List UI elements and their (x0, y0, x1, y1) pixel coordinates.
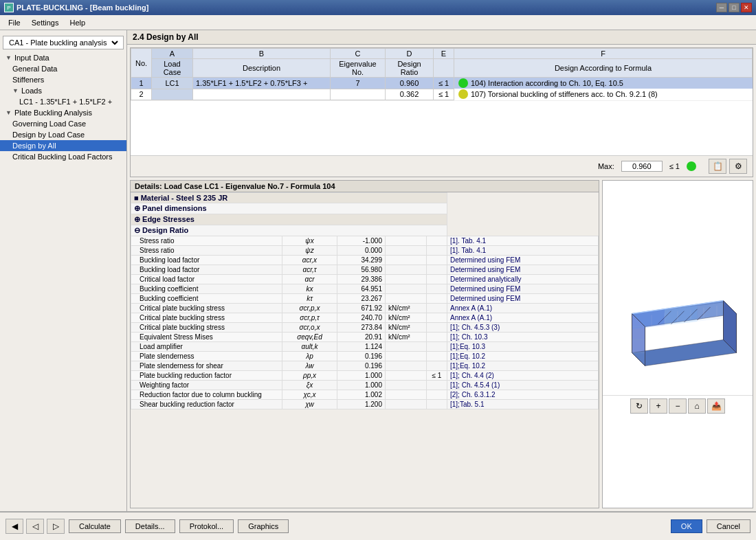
detail-label: Plate buckling reduction factor (131, 370, 282, 380)
sidebar-item-design-by-all[interactable]: Design by All (0, 140, 126, 151)
detail-ref: [1];Tab. 5.1 (447, 399, 599, 409)
close-button[interactable]: ✕ (741, 3, 752, 12)
row-le-empty (427, 399, 447, 409)
col-a-subheader: Load Case (152, 59, 193, 78)
sidebar-item-stiffeners[interactable]: Stiffeners (0, 74, 126, 85)
max-le: ≤ 1 (667, 162, 682, 170)
table-row[interactable]: 1 LC1 1.35*LF1 + 1.5*LF2 + 0.75*LF3 + 7 … (131, 78, 753, 89)
details-scroll[interactable]: ■ Material - Steel S 235 JR⊕ Panel dimen… (131, 192, 599, 508)
detail-ref: [1];Eq. 10.3 (447, 341, 599, 351)
row-le-empty (427, 380, 447, 390)
minimize-button[interactable]: ─ (716, 3, 727, 12)
sidebar-item-plate-buckling[interactable]: ▼ Plate Buckling Analysis (0, 107, 126, 118)
detail-sym: kτ (282, 293, 337, 303)
detail-label: Critical load factor (131, 274, 282, 284)
detail-ref: Determined using FEM (447, 293, 599, 303)
details-table-row: Stress ratio ψz 0.000 [1]. Tab. 4.1 (131, 245, 599, 255)
detail-value: 1.124 (337, 341, 386, 351)
details-table-row: Plate slenderness for shear λw 0.196 [1]… (131, 361, 599, 370)
max-status-dot (687, 161, 696, 171)
sidebar-dropdown[interactable]: CA1 - Plate buckling analysis (3, 36, 124, 49)
details-table-row: Critical plate buckling stress σcr,p,τ 2… (131, 313, 599, 322)
bottom-bar: ◀ ◁ ▷ Calculate Details... Protokol... G… (0, 511, 756, 540)
menu-settings[interactable]: Settings (26, 17, 65, 28)
detail-unit (386, 284, 427, 293)
detail-label: Critical plate buckling stress (131, 303, 282, 313)
viz-export-button[interactable]: 📤 (707, 398, 725, 414)
col-b-subheader: Description (193, 59, 331, 78)
detail-unit (386, 361, 427, 370)
detail-label: Stress ratio (131, 245, 282, 255)
detail-unit (386, 390, 427, 399)
ok-button[interactable]: OK (671, 519, 702, 533)
maximize-button[interactable]: □ (729, 3, 740, 12)
row-le-empty (427, 293, 447, 303)
table-row[interactable]: 2 0.362 ≤ 1 107) Torsional buckling of s… (131, 89, 753, 100)
detail-value: 20.91 (337, 332, 386, 341)
expand-icon-plate: ▼ (5, 109, 12, 116)
menu-help[interactable]: Help (64, 17, 91, 28)
detail-unit (386, 293, 427, 303)
detail-sym: λp (282, 351, 337, 361)
detail-label: Critical plate buckling stress (131, 313, 282, 322)
row2-eigen (331, 89, 386, 100)
section-label: ⊕ Edge Stresses (131, 214, 447, 225)
row1-lc: LC1 (152, 78, 193, 89)
detail-label: Critical plate buckling stress (131, 322, 282, 332)
detail-unit (386, 236, 427, 245)
detail-unit: kN/cm² (386, 332, 427, 341)
row1-le: ≤ 1 (434, 78, 454, 89)
graphics-button[interactable]: Graphics (238, 519, 289, 533)
detail-label: Buckling coefficient (131, 284, 282, 293)
detail-label: Weighting factor (131, 380, 282, 390)
sidebar-label-general-data: General Data (12, 65, 57, 73)
sidebar-item-lc1[interactable]: LC1 - 1.35*LF1 + 1.5*LF2 + (0, 96, 126, 107)
viz-zoom-in-button[interactable]: + (649, 398, 667, 414)
viz-rotate-button[interactable]: ↻ (630, 398, 648, 414)
detail-sym: kx (282, 284, 337, 293)
cancel-button[interactable]: Cancel (707, 519, 751, 533)
row2-lc (152, 89, 193, 100)
menu-file[interactable]: File (3, 17, 26, 28)
detail-unit (386, 245, 427, 255)
export-button[interactable]: 📋 (709, 159, 726, 174)
col-b-header: B (193, 49, 331, 59)
sidebar-item-critical-buckling[interactable]: Critical Buckling Load Factors (0, 151, 126, 162)
sidebar-item-design-by-load[interactable]: Design by Load Case (0, 129, 126, 140)
sidebar-label-design-by-all: Design by All (12, 142, 56, 150)
section-header: 2.4 Design by All (127, 30, 756, 45)
sidebar-item-input-data[interactable]: ▼ Input Data (0, 52, 126, 63)
details-area: Details: Load Case LC1 - Eigenvalue No.7… (127, 180, 756, 512)
row-le: ≤ 1 (427, 370, 447, 380)
section-label: ■ Material - Steel S 235 JR (131, 192, 447, 203)
nav-prev-button[interactable]: ◁ (26, 519, 44, 534)
col-d-header: D (386, 49, 434, 59)
details-header: Details: Load Case LC1 - Eigenvalue No.7… (131, 181, 599, 192)
nav-back-button[interactable]: ◀ (5, 519, 23, 534)
calculate-button[interactable]: Calculate (69, 519, 121, 533)
menu-bar: File Settings Help (0, 15, 756, 30)
detail-sym: ξx (282, 380, 337, 390)
sidebar-item-general-data[interactable]: General Data (0, 63, 126, 74)
detail-ref: Annex A (A.1) (447, 313, 599, 322)
sidebar-item-governing[interactable]: Governing Load Case (0, 118, 126, 129)
nav-next-button[interactable]: ▷ (47, 519, 65, 534)
protokol-button[interactable]: Protokol... (179, 519, 234, 533)
col-f-header: F (454, 49, 753, 59)
viz-zoom-out-button[interactable]: − (669, 398, 687, 414)
sidebar-item-loads[interactable]: ▼ Loads (0, 85, 126, 96)
viz-toolbar: ↻ + − ⌂ 📤 (603, 395, 753, 416)
detail-value: 273.84 (337, 322, 386, 332)
analysis-select[interactable]: CA1 - Plate buckling analysis (6, 38, 120, 47)
detail-unit: kN/cm² (386, 303, 427, 313)
details-button[interactable]: Details... (125, 519, 175, 533)
detail-unit: kN/cm² (386, 313, 427, 322)
details-table-row: ⊖ Design Ratio (131, 225, 599, 236)
settings-button[interactable]: ⚙ (729, 159, 747, 174)
col-e-header: E (434, 49, 454, 59)
viz-home-button[interactable]: ⌂ (688, 398, 706, 414)
detail-sym: ψz (282, 245, 337, 255)
svg-marker-19 (698, 303, 724, 322)
row-le-empty (427, 236, 447, 245)
col-c-header: C (331, 49, 386, 59)
